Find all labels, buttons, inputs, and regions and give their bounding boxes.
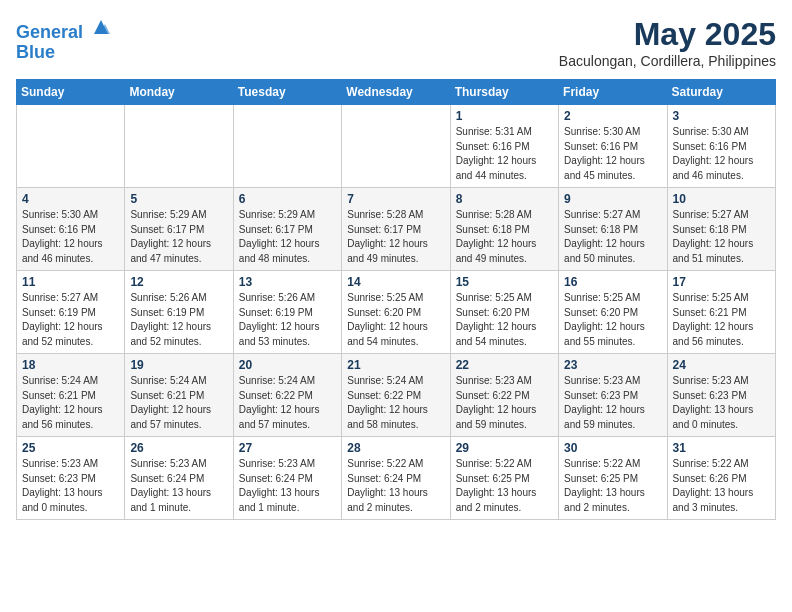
day-number: 14 — [347, 275, 444, 289]
day-number: 21 — [347, 358, 444, 372]
week-row-5: 25Sunrise: 5:23 AM Sunset: 6:23 PM Dayli… — [17, 437, 776, 520]
day-number: 1 — [456, 109, 553, 123]
day-number: 28 — [347, 441, 444, 455]
week-row-1: 1Sunrise: 5:31 AM Sunset: 6:16 PM Daylig… — [17, 105, 776, 188]
day-number: 23 — [564, 358, 661, 372]
calendar-cell: 6Sunrise: 5:29 AM Sunset: 6:17 PM Daylig… — [233, 188, 341, 271]
day-info: Sunrise: 5:22 AM Sunset: 6:25 PM Dayligh… — [456, 457, 553, 515]
day-info: Sunrise: 5:29 AM Sunset: 6:17 PM Dayligh… — [239, 208, 336, 266]
day-info: Sunrise: 5:30 AM Sunset: 6:16 PM Dayligh… — [564, 125, 661, 183]
weekday-header-saturday: Saturday — [667, 80, 775, 105]
day-number: 11 — [22, 275, 119, 289]
day-number: 10 — [673, 192, 770, 206]
calendar-cell — [342, 105, 450, 188]
day-number: 19 — [130, 358, 227, 372]
day-number: 6 — [239, 192, 336, 206]
day-info: Sunrise: 5:30 AM Sunset: 6:16 PM Dayligh… — [673, 125, 770, 183]
weekday-header-wednesday: Wednesday — [342, 80, 450, 105]
calendar-cell: 7Sunrise: 5:28 AM Sunset: 6:17 PM Daylig… — [342, 188, 450, 271]
day-info: Sunrise: 5:23 AM Sunset: 6:23 PM Dayligh… — [22, 457, 119, 515]
calendar-cell: 25Sunrise: 5:23 AM Sunset: 6:23 PM Dayli… — [17, 437, 125, 520]
logo-blue: Blue — [16, 43, 112, 63]
calendar-cell: 3Sunrise: 5:30 AM Sunset: 6:16 PM Daylig… — [667, 105, 775, 188]
day-info: Sunrise: 5:31 AM Sunset: 6:16 PM Dayligh… — [456, 125, 553, 183]
calendar-cell: 8Sunrise: 5:28 AM Sunset: 6:18 PM Daylig… — [450, 188, 558, 271]
day-info: Sunrise: 5:24 AM Sunset: 6:22 PM Dayligh… — [347, 374, 444, 432]
day-number: 26 — [130, 441, 227, 455]
day-number: 12 — [130, 275, 227, 289]
calendar-cell — [125, 105, 233, 188]
calendar-cell: 1Sunrise: 5:31 AM Sunset: 6:16 PM Daylig… — [450, 105, 558, 188]
day-number: 29 — [456, 441, 553, 455]
calendar-cell: 16Sunrise: 5:25 AM Sunset: 6:20 PM Dayli… — [559, 271, 667, 354]
day-info: Sunrise: 5:30 AM Sunset: 6:16 PM Dayligh… — [22, 208, 119, 266]
day-info: Sunrise: 5:22 AM Sunset: 6:24 PM Dayligh… — [347, 457, 444, 515]
calendar-cell: 22Sunrise: 5:23 AM Sunset: 6:22 PM Dayli… — [450, 354, 558, 437]
calendar-cell: 26Sunrise: 5:23 AM Sunset: 6:24 PM Dayli… — [125, 437, 233, 520]
day-number: 8 — [456, 192, 553, 206]
day-number: 7 — [347, 192, 444, 206]
title-block: May 2025 Baculongan, Cordillera, Philipp… — [559, 16, 776, 69]
day-info: Sunrise: 5:22 AM Sunset: 6:25 PM Dayligh… — [564, 457, 661, 515]
day-info: Sunrise: 5:23 AM Sunset: 6:24 PM Dayligh… — [130, 457, 227, 515]
calendar-cell: 12Sunrise: 5:26 AM Sunset: 6:19 PM Dayli… — [125, 271, 233, 354]
month-title: May 2025 — [559, 16, 776, 53]
weekday-header-tuesday: Tuesday — [233, 80, 341, 105]
calendar-cell: 31Sunrise: 5:22 AM Sunset: 6:26 PM Dayli… — [667, 437, 775, 520]
day-info: Sunrise: 5:23 AM Sunset: 6:23 PM Dayligh… — [673, 374, 770, 432]
day-number: 5 — [130, 192, 227, 206]
calendar-cell: 11Sunrise: 5:27 AM Sunset: 6:19 PM Dayli… — [17, 271, 125, 354]
calendar-cell: 20Sunrise: 5:24 AM Sunset: 6:22 PM Dayli… — [233, 354, 341, 437]
day-info: Sunrise: 5:28 AM Sunset: 6:18 PM Dayligh… — [456, 208, 553, 266]
day-info: Sunrise: 5:24 AM Sunset: 6:21 PM Dayligh… — [130, 374, 227, 432]
calendar-cell: 28Sunrise: 5:22 AM Sunset: 6:24 PM Dayli… — [342, 437, 450, 520]
week-row-3: 11Sunrise: 5:27 AM Sunset: 6:19 PM Dayli… — [17, 271, 776, 354]
day-info: Sunrise: 5:25 AM Sunset: 6:20 PM Dayligh… — [564, 291, 661, 349]
day-number: 3 — [673, 109, 770, 123]
calendar-cell: 14Sunrise: 5:25 AM Sunset: 6:20 PM Dayli… — [342, 271, 450, 354]
logo-text: General — [16, 16, 112, 43]
day-info: Sunrise: 5:25 AM Sunset: 6:20 PM Dayligh… — [347, 291, 444, 349]
logo-icon — [90, 16, 112, 38]
calendar-cell: 18Sunrise: 5:24 AM Sunset: 6:21 PM Dayli… — [17, 354, 125, 437]
page-header: General Blue May 2025 Baculongan, Cordil… — [16, 16, 776, 69]
day-info: Sunrise: 5:24 AM Sunset: 6:21 PM Dayligh… — [22, 374, 119, 432]
weekday-header-monday: Monday — [125, 80, 233, 105]
day-number: 15 — [456, 275, 553, 289]
calendar-cell: 23Sunrise: 5:23 AM Sunset: 6:23 PM Dayli… — [559, 354, 667, 437]
day-info: Sunrise: 5:29 AM Sunset: 6:17 PM Dayligh… — [130, 208, 227, 266]
day-info: Sunrise: 5:26 AM Sunset: 6:19 PM Dayligh… — [239, 291, 336, 349]
day-number: 13 — [239, 275, 336, 289]
calendar-cell: 30Sunrise: 5:22 AM Sunset: 6:25 PM Dayli… — [559, 437, 667, 520]
day-info: Sunrise: 5:26 AM Sunset: 6:19 PM Dayligh… — [130, 291, 227, 349]
calendar-cell: 4Sunrise: 5:30 AM Sunset: 6:16 PM Daylig… — [17, 188, 125, 271]
day-number: 31 — [673, 441, 770, 455]
calendar-cell: 15Sunrise: 5:25 AM Sunset: 6:20 PM Dayli… — [450, 271, 558, 354]
day-number: 18 — [22, 358, 119, 372]
day-info: Sunrise: 5:23 AM Sunset: 6:22 PM Dayligh… — [456, 374, 553, 432]
day-info: Sunrise: 5:22 AM Sunset: 6:26 PM Dayligh… — [673, 457, 770, 515]
day-info: Sunrise: 5:25 AM Sunset: 6:20 PM Dayligh… — [456, 291, 553, 349]
calendar-cell: 13Sunrise: 5:26 AM Sunset: 6:19 PM Dayli… — [233, 271, 341, 354]
day-info: Sunrise: 5:28 AM Sunset: 6:17 PM Dayligh… — [347, 208, 444, 266]
calendar-cell: 10Sunrise: 5:27 AM Sunset: 6:18 PM Dayli… — [667, 188, 775, 271]
location-title: Baculongan, Cordillera, Philippines — [559, 53, 776, 69]
week-row-4: 18Sunrise: 5:24 AM Sunset: 6:21 PM Dayli… — [17, 354, 776, 437]
calendar-cell: 2Sunrise: 5:30 AM Sunset: 6:16 PM Daylig… — [559, 105, 667, 188]
day-number: 16 — [564, 275, 661, 289]
day-info: Sunrise: 5:23 AM Sunset: 6:23 PM Dayligh… — [564, 374, 661, 432]
calendar-cell: 19Sunrise: 5:24 AM Sunset: 6:21 PM Dayli… — [125, 354, 233, 437]
weekday-header-friday: Friday — [559, 80, 667, 105]
day-info: Sunrise: 5:27 AM Sunset: 6:18 PM Dayligh… — [564, 208, 661, 266]
week-row-2: 4Sunrise: 5:30 AM Sunset: 6:16 PM Daylig… — [17, 188, 776, 271]
calendar-cell — [233, 105, 341, 188]
calendar-cell: 21Sunrise: 5:24 AM Sunset: 6:22 PM Dayli… — [342, 354, 450, 437]
calendar-cell: 29Sunrise: 5:22 AM Sunset: 6:25 PM Dayli… — [450, 437, 558, 520]
day-number: 25 — [22, 441, 119, 455]
weekday-header-row: SundayMondayTuesdayWednesdayThursdayFrid… — [17, 80, 776, 105]
day-number: 30 — [564, 441, 661, 455]
day-number: 27 — [239, 441, 336, 455]
day-info: Sunrise: 5:27 AM Sunset: 6:19 PM Dayligh… — [22, 291, 119, 349]
day-info: Sunrise: 5:27 AM Sunset: 6:18 PM Dayligh… — [673, 208, 770, 266]
calendar-cell: 24Sunrise: 5:23 AM Sunset: 6:23 PM Dayli… — [667, 354, 775, 437]
